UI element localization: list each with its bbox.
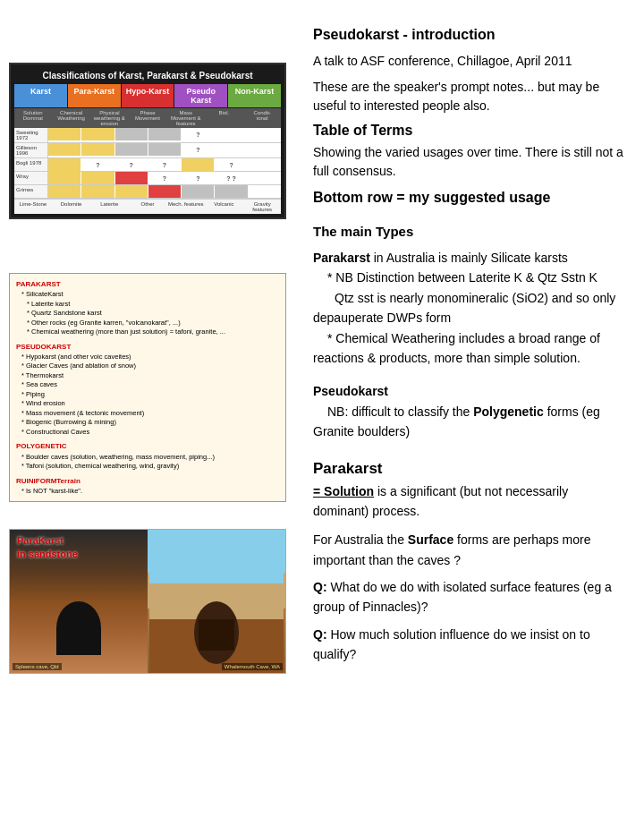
ruiniform-heading: RUINIFORMTerrain	[16, 476, 279, 486]
cave-opening	[56, 601, 101, 655]
pseudokarst-title: Pseudokarst	[313, 384, 388, 398]
thermokarst: * Thermokarst	[21, 371, 279, 381]
class-bottom-row: Lime-Stone Dolomite Laterite Other Mech.…	[14, 199, 281, 214]
slide-note: These are the speaker's prompt notes... …	[313, 78, 626, 115]
subheader-5: Mass Movement & features	[167, 108, 205, 128]
svg-rect-4	[199, 619, 234, 651]
class-row-2: Gillieson1996 ?	[14, 143, 281, 158]
q2-label: Q:	[313, 627, 327, 642]
hypokarst: * Hypokarst (and other volc caveites)	[21, 353, 279, 362]
pseudokarst-box-heading: PSEUDOKARST	[16, 342, 279, 352]
parakarst-solution-desc: = Solution is a significant (but not nec…	[313, 481, 626, 522]
solution-label: = Solution	[313, 484, 374, 498]
class-row-1: Sweeting 1972 ?	[14, 128, 281, 143]
right-image-caption: Whalemouth Cave, WA	[222, 663, 283, 670]
subheader-1: SolutionDominat	[14, 108, 52, 128]
polygenetic-heading: POLYGENETIC	[16, 441, 279, 451]
wind-erosion: * Wind erosion	[21, 399, 279, 409]
surface-forms-text: For Australia the Surface forms are perh…	[313, 530, 626, 570]
slide-title: Pseudokarst - introduction	[313, 27, 626, 43]
subheader-4: Phase Movement	[129, 108, 166, 128]
quartz-sandstone: * Quartz Sandstone karst	[27, 309, 279, 319]
constructional: * Constructional Caves	[21, 428, 279, 438]
nb-text: NB: difficult to classify the	[327, 404, 470, 419]
q1-content: What do we do with isolated surface feat…	[313, 580, 612, 614]
para-nb2: Qtz sst is nearly monomineralic (SiO2) a…	[313, 291, 615, 325]
parakarst-main-title: Parakarst	[313, 460, 626, 478]
parakarst-label-line1: ParaKarst	[17, 535, 64, 546]
right-image-svg	[148, 530, 285, 673]
header-parakarst: Para-Karst	[68, 84, 121, 107]
subheader-3: Physical weathering & erosion	[90, 108, 128, 128]
class-row-3: Bogli 1978 ? ? ? ?	[14, 158, 281, 172]
parakarst-text-box: PARAKARST * SilicateKarst * Laterite kar…	[9, 273, 286, 502]
subheader-6: Biol.	[206, 108, 243, 128]
sea-caves: * Sea caves	[21, 380, 279, 390]
header-pseudokarst: Pseudo Karst	[174, 84, 227, 107]
piping: * Piping	[21, 390, 279, 400]
q2-content: How much solution influence do we insist…	[313, 627, 590, 661]
q1-text: Q: What do we do with isolated surface f…	[313, 577, 626, 617]
parakarst-label-line2: in sandstone	[17, 549, 78, 559]
surface-forms-prefix: For Australia the	[313, 532, 404, 547]
para-nb3: * Chemical Weathering includes a broad r…	[313, 331, 600, 365]
q1-label: Q:	[313, 580, 327, 594]
classification-table-title: Classifications of Karst, Parakarst & Ps…	[14, 68, 281, 84]
left-column: Classifications of Karst, Parakarst & Ps…	[0, 0, 295, 690]
parakarst-image-label: ParaKarst in sandstone	[17, 534, 78, 560]
biogenic: * Biogenic (Burrowing & mining)	[21, 418, 279, 428]
bottom-row-note: Bottom row = my suggested usage	[313, 190, 626, 206]
main-types-heading: The main Types	[313, 224, 626, 239]
bottom-image-section: ParaKarst in sandstone Spleens cave, Qld	[9, 529, 286, 674]
glacier-caves: * Glacier Caves (and ablation of snow)	[21, 362, 279, 371]
not-karst: * Is NOT "karst-like".	[21, 487, 279, 497]
header-karst: Karst	[14, 84, 67, 107]
silicate-karst: * SilicateKarst	[21, 290, 279, 300]
pseudokarst-nb: NB: difficult to classify the Polygeneti…	[313, 404, 600, 438]
header-hypokarst: Hypo-Karst	[122, 84, 174, 107]
laterite-karst: * Laterite karst	[27, 300, 279, 310]
svg-rect-0	[149, 530, 284, 583]
right-column: Pseudokarst - introduction A talk to ASF…	[295, 0, 644, 690]
parakarst-box-heading: PARAKARST	[16, 279, 279, 289]
polygenetic-text: Polygenetic	[473, 404, 544, 419]
right-cave-image: Whalemouth Cave, WA	[148, 530, 285, 673]
header-nonkarst: Non-Karst	[228, 84, 281, 107]
classification-table-headers: Karst Para-Karst Hypo-Karst Pseudo Karst…	[14, 84, 281, 107]
other-rocks: * Other rocks (eg Granite karren, "volca…	[27, 319, 279, 328]
surface-bold: Surface	[408, 532, 453, 547]
slide-subtitle: A talk to ASF conference, Chillagoe, Apr…	[313, 52, 626, 71]
subheader-7: Condit-ional	[243, 108, 281, 128]
section-main-types: The main Types Parakarst in Australia is…	[313, 224, 626, 442]
mass-movement: * Mass movement (& tectonic movement)	[21, 409, 279, 419]
classification-subheader: SolutionDominat Chemical Weathering Phys…	[14, 108, 281, 128]
parakarst-intro-cont: in Australia is mainly Silicate karsts	[370, 251, 568, 265]
parakarst-intro-text: Parakarst in Australia is mainly Silicat…	[313, 248, 626, 368]
classification-table: Classifications of Karst, Parakarst & Ps…	[9, 63, 286, 219]
boulder-caves: * Boulder caves (solution, weathering, m…	[21, 453, 279, 463]
section-intro: Pseudokarst - introduction A talk to ASF…	[313, 27, 626, 206]
tafoni-poly: * Tafoni (solution, chemical weathering,…	[21, 462, 279, 472]
subheader-2: Chemical Weathering	[53, 108, 90, 128]
classification-body: Sweeting 1972 ? Gillieson1996	[14, 128, 281, 214]
class-row-5: Grimes	[14, 185, 281, 199]
table-of-terms-heading: Table of Terms	[313, 123, 626, 139]
left-image-caption: Spleens cave, Qld	[13, 663, 62, 670]
section-parakarst-solution: Parakarst = Solution is a significant (b…	[313, 460, 626, 665]
terms-desc: Showing the varied usages over time. The…	[313, 143, 626, 181]
class-row-4: Wray ? ? ? ?	[14, 172, 281, 185]
q2-text: Q: How much solution influence do we ins…	[313, 625, 626, 665]
para-nb1: * NB Distinction between Laterite K & Qt…	[327, 270, 597, 285]
chemical-weathering: * Chemical weathering (more than just so…	[27, 328, 279, 337]
parakarst-bold: Parakarst	[313, 251, 370, 265]
pseudokarst-section: Pseudokarst NB: difficult to classify th…	[313, 381, 626, 441]
